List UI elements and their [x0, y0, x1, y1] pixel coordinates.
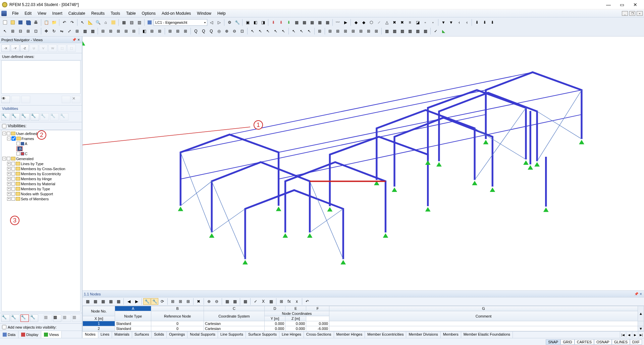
udv-b2-button[interactable] [11, 96, 20, 103]
tab-line-supports[interactable]: Line Supports [218, 332, 246, 338]
visibilities-tree[interactable]: -User-defined 2 -Frames A B C -Generated… [1, 130, 80, 312]
tab-members[interactable]: Members [441, 332, 461, 338]
tree-check[interactable] [16, 152, 20, 155]
menu-options[interactable]: Options [139, 10, 158, 16]
gt23-button[interactable]: ⊞ [278, 298, 285, 305]
tree-generated[interactable]: Generated [16, 157, 34, 161]
r39-button[interactable]: ⊞ [357, 27, 365, 35]
r26-button[interactable]: ↖ [249, 27, 256, 35]
t1-button[interactable]: ◆ [352, 19, 360, 26]
scale-button[interactable]: ⤢ [66, 27, 73, 35]
menu-results[interactable]: Results [89, 10, 107, 16]
view-u-button[interactable]: U [30, 45, 38, 52]
visibilities-checkbox[interactable] [2, 124, 6, 128]
r11-button[interactable]: ⊞ [122, 27, 130, 35]
tree-check[interactable] [11, 192, 15, 196]
tree-b[interactable]: B [18, 147, 22, 151]
menu-calculate[interactable]: Calculate [66, 10, 88, 16]
r9-button[interactable]: ⊞ [107, 27, 114, 35]
r33-button[interactable]: ↖ [306, 27, 313, 35]
tree-check[interactable] [11, 182, 15, 186]
menu-tools[interactable]: Tools [108, 10, 123, 16]
col-y[interactable]: Y [m] [264, 316, 285, 321]
tree-a[interactable]: A [25, 142, 27, 146]
cell-cs[interactable]: Cartesian [204, 321, 264, 326]
tree-c[interactable]: C [25, 152, 28, 156]
r15-button[interactable]: ⊞ [156, 27, 163, 35]
save-button[interactable] [17, 19, 24, 26]
col-c[interactable]: C [204, 306, 264, 311]
close-button[interactable]: ✕ [629, 1, 642, 9]
r10-button[interactable]: ⊞ [115, 27, 122, 35]
tree-item[interactable]: Lines by Type [21, 162, 44, 166]
tree-check[interactable] [11, 197, 15, 201]
results5-button[interactable]: ▦ [324, 19, 331, 26]
menu-edit[interactable]: Edit [22, 10, 34, 16]
move-button[interactable]: ✥ [43, 27, 50, 35]
bot-b7-button[interactable]: ▦ [62, 315, 71, 322]
tree-toggle[interactable]: + [7, 182, 11, 186]
view-w-button[interactable]: W [48, 45, 57, 52]
undo-button[interactable]: ↶ [61, 19, 68, 26]
tree-item[interactable]: Members by Hinge [21, 177, 52, 181]
r12-button[interactable]: ⊞ [130, 27, 138, 35]
r31-button[interactable]: ↖ [290, 27, 298, 35]
results1-button[interactable]: ▦ [293, 19, 300, 26]
r2-button[interactable]: ⊟ [17, 27, 24, 35]
tab-openings[interactable]: Openings [167, 332, 187, 338]
animate-button[interactable]: ▶ [342, 19, 349, 26]
gt4-button[interactable]: ▦ [107, 298, 114, 305]
r47-button[interactable]: ▦ [422, 27, 429, 35]
show-all-button[interactable]: ⌂ [102, 19, 109, 26]
select-button[interactable]: ↖ [79, 19, 86, 26]
t3-button[interactable]: ⬡ [368, 19, 375, 26]
nav-tab-display[interactable]: Display [18, 331, 41, 338]
r22-button[interactable]: ◎ [215, 27, 223, 35]
loads3-button[interactable]: ⬇ [285, 19, 292, 26]
r3-button[interactable]: ⊞ [24, 27, 32, 35]
open-button[interactable] [9, 19, 16, 26]
tree-user-defined[interactable]: User-defined [16, 132, 37, 136]
tab-lines[interactable]: Lines [98, 332, 112, 338]
minimize-button[interactable]: — [602, 1, 615, 9]
table-button[interactable]: ▤ [128, 19, 135, 26]
r45-button[interactable]: ▦ [406, 27, 414, 35]
vis-b3-button[interactable]: 🔧 [21, 113, 30, 121]
mdi-close-button[interactable]: × [637, 11, 643, 16]
r35-button[interactable]: ⊞ [326, 27, 334, 35]
tab-member-div[interactable]: Member Divisions [406, 332, 440, 338]
row-no[interactable]: 1 [83, 321, 115, 326]
tab-last-button[interactable]: ▶| [638, 332, 644, 338]
tree-toggle[interactable]: + [7, 197, 11, 201]
tree-check[interactable] [11, 162, 15, 165]
bot-b5-button[interactable]: ▦ [44, 315, 52, 322]
tree-toggle[interactable]: + [7, 177, 11, 181]
sup2-button[interactable]: ▼ [447, 19, 455, 26]
bot-b1-button[interactable]: 🔧 [1, 315, 10, 322]
udv-eye-button[interactable]: 👁 [1, 96, 10, 103]
bot-b6-button[interactable]: ▦ [53, 315, 61, 322]
view-z-button[interactable]: -Z [20, 45, 29, 52]
gt21-button[interactable]: X [260, 298, 267, 305]
zoom-window-button[interactable]: 🔍 [94, 19, 102, 26]
gt12-button[interactable]: ⊞ [177, 298, 184, 305]
cell-x[interactable]: 0.000 [264, 321, 285, 326]
cell-ref[interactable]: 0 [151, 321, 204, 326]
arrow-button[interactable]: ↖ [1, 27, 9, 35]
panel-button[interactable]: ▥ [136, 19, 143, 26]
tree-check[interactable] [11, 172, 15, 176]
sup4-button[interactable]: ⫞ [463, 19, 470, 26]
t10-button[interactable]: ▫ [422, 19, 429, 26]
maximize-button[interactable]: ▭ [615, 1, 629, 9]
table-row[interactable]: 2 Standard 0 Cartesian 0.000 0.000 -6.00… [83, 326, 644, 331]
grid-close-button[interactable]: × [639, 292, 643, 296]
r20-button[interactable]: Q [200, 27, 207, 35]
tree-toggle[interactable]: - [2, 132, 6, 135]
vis-b1-button[interactable]: 🔧 [1, 113, 10, 121]
r46-button[interactable]: ▦ [414, 27, 421, 35]
gt5-button[interactable]: ▦ [115, 298, 122, 305]
tab-cross-sections[interactable]: Cross-Sections [304, 332, 334, 338]
cell-z[interactable]: 0.000 [306, 321, 329, 326]
r25-button[interactable]: ⊡ [238, 27, 246, 35]
menu-help[interactable]: Help [215, 10, 228, 16]
